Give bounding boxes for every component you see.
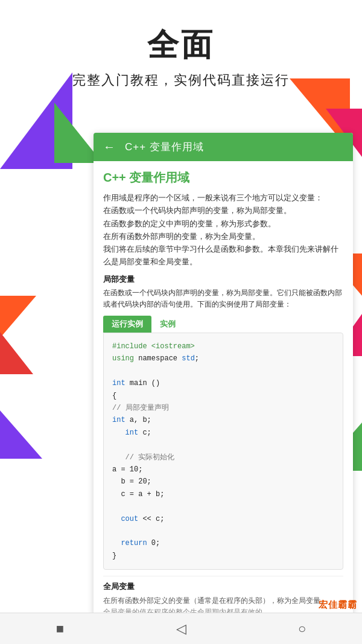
tab-row: 运行实例 实例 — [103, 316, 343, 333]
card-header-title: C++ 变量作用域 — [125, 140, 204, 154]
local-variable-desc: 在函数或一个代码块内部声明的变量，称为局部变量。它们只能被函数内部或者代码块内部… — [103, 287, 343, 311]
tab-run-example[interactable]: 运行实例 — [103, 316, 151, 333]
shape-purple-btm-left — [0, 410, 42, 459]
tab-example[interactable]: 实例 — [151, 316, 184, 333]
nav-back-icon[interactable]: ◁ — [176, 621, 186, 637]
code-line-1: #include <iostream> — [112, 342, 195, 351]
global-section: 全局变量 在所有函数外部定义的变量（通常是在程序的头部），称为全局变量。 全局变… — [103, 576, 343, 618]
code-comment-2: // 实际初始化 — [112, 453, 174, 462]
code-comment-1: // 局部变量声明 — [112, 404, 169, 412]
shape-left-red — [0, 332, 33, 374]
global-variable-title: 全局变量 — [103, 580, 343, 593]
article-title: C++ 变量作用域 — [103, 170, 343, 186]
code-line-2-using: using — [112, 354, 134, 363]
card-body: C++ 变量作用域 作用域是程序的一个区域，一般来说有三个地方可以定义变量： 在… — [94, 161, 353, 626]
card-header: ← C++ 变量作用域 — [94, 133, 353, 161]
shape-left-orange — [0, 296, 36, 338]
bottom-nav: ■ ◁ ○ — [0, 613, 362, 644]
nav-square-icon[interactable]: ■ — [56, 621, 64, 637]
local-variable-title: 局部变量 — [103, 274, 343, 285]
nav-home-icon[interactable]: ○ — [298, 621, 306, 637]
global-variable-desc: 在所有函数外部定义的变量（通常是在程序的头部），称为全局变量。 — [103, 595, 343, 607]
watermark: 宏佳霸霸 — [319, 599, 357, 611]
main-title: 全面 — [0, 24, 362, 66]
content-card: ← C++ 变量作用域 C++ 变量作用域 作用域是程序的一个区域，一般来说有三… — [94, 133, 353, 626]
code-line-int-main: int — [112, 379, 125, 387]
article-title-prefix: C++ — [103, 171, 129, 184]
code-block: #include <iostream> using namespace std;… — [103, 333, 343, 570]
back-arrow-icon[interactable]: ← — [103, 140, 115, 154]
article-text: 作用域是程序的一个区域，一般来说有三个地方可以定义变量： 在函数或一个代码块内部… — [103, 192, 343, 269]
article-title-green: 变量作用域 — [129, 171, 189, 184]
